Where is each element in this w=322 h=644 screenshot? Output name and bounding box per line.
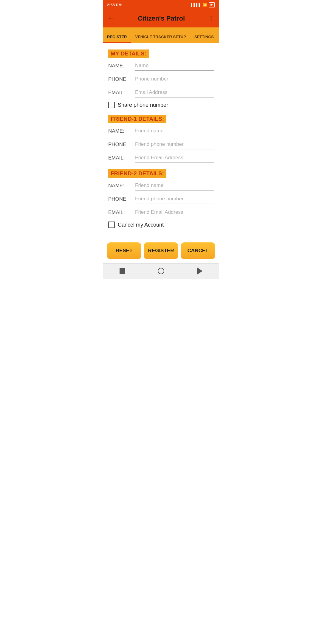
square-icon bbox=[120, 268, 125, 274]
friend2-email-row: EMAIL: bbox=[108, 208, 214, 217]
triangle-icon bbox=[197, 267, 202, 275]
friend1-phone-row: PHONE: bbox=[108, 140, 214, 149]
tab-bar: REGISTER VEHICLE TRACKER SETUP SETTINGS bbox=[103, 27, 219, 43]
friend2-phone-row: PHONE: bbox=[108, 195, 214, 204]
friend2-name-row: NAME: bbox=[108, 181, 214, 191]
email-row: EMAIL: bbox=[108, 88, 214, 97]
friend1-email-row: EMAIL: bbox=[108, 154, 214, 163]
cancel-account-checkbox[interactable] bbox=[108, 222, 115, 228]
friend2-phone-input[interactable] bbox=[135, 195, 214, 204]
tab-register[interactable]: REGISTER bbox=[103, 30, 131, 43]
bottom-buttons: RESET REGISTER CANCEL bbox=[103, 238, 219, 263]
phone-label: PHONE: bbox=[108, 76, 135, 84]
app-bar: ← Citizen's Patrol ⋮ bbox=[103, 10, 219, 27]
cancel-account-label: Cancel my Account bbox=[118, 222, 164, 228]
friend1-phone-input[interactable] bbox=[135, 140, 214, 149]
phone-input[interactable] bbox=[135, 75, 214, 84]
signal-icon: ▌▌▌▌ bbox=[191, 3, 201, 7]
email-label: EMAIL: bbox=[108, 90, 135, 97]
email-input[interactable] bbox=[135, 88, 214, 97]
friend1-header: FRIEND-1 DETAILS: bbox=[108, 115, 166, 123]
tab-settings[interactable]: SETTINGS bbox=[190, 30, 218, 43]
name-label: NAME: bbox=[108, 63, 135, 71]
friend1-name-label: NAME: bbox=[108, 128, 135, 136]
wifi-icon: 📶 bbox=[203, 3, 207, 7]
nav-square-button[interactable] bbox=[118, 267, 127, 275]
register-button[interactable]: REGISTER bbox=[144, 242, 178, 259]
friend2-name-input[interactable] bbox=[135, 181, 214, 191]
friend1-email-input[interactable] bbox=[135, 154, 214, 163]
cancel-button[interactable]: CANCEL bbox=[181, 242, 215, 259]
friend2-name-label: NAME: bbox=[108, 183, 135, 191]
content: MY DETAILS: NAME: PHONE: EMAIL: Share ph… bbox=[103, 43, 219, 238]
tab-vehicle-tracker[interactable]: VEHICLE TRACKER SETUP bbox=[131, 30, 190, 43]
status-time: 2:55 PM bbox=[107, 3, 122, 7]
friend2-email-label: EMAIL: bbox=[108, 210, 135, 217]
phone-row: PHONE: bbox=[108, 75, 214, 84]
reset-button[interactable]: RESET bbox=[107, 242, 141, 259]
back-button[interactable]: ← bbox=[108, 14, 115, 23]
share-phone-row: Share phone number bbox=[108, 102, 214, 108]
share-phone-checkbox[interactable] bbox=[108, 102, 115, 108]
nav-bar bbox=[103, 263, 219, 279]
menu-button[interactable]: ⋮ bbox=[208, 15, 214, 22]
friend2-phone-label: PHONE: bbox=[108, 196, 135, 204]
cancel-account-row: Cancel my Account bbox=[108, 222, 214, 228]
status-icons: ▌▌▌▌ 📶 94 bbox=[191, 2, 215, 7]
name-input[interactable] bbox=[135, 61, 214, 71]
my-details-header: MY DETAILS: bbox=[108, 49, 149, 58]
battery-icon: 94 bbox=[209, 2, 215, 7]
friend1-name-input[interactable] bbox=[135, 127, 214, 136]
friend1-email-label: EMAIL: bbox=[108, 155, 135, 163]
nav-home-button[interactable] bbox=[157, 267, 165, 275]
app-title: Citizen's Patrol bbox=[138, 15, 185, 22]
nav-back-button[interactable] bbox=[195, 267, 204, 275]
friend1-phone-label: PHONE: bbox=[108, 142, 135, 149]
name-row: NAME: bbox=[108, 61, 214, 71]
friend2-email-input[interactable] bbox=[135, 208, 214, 217]
friend2-header: FRIEND-2 DETAILS: bbox=[108, 169, 166, 178]
status-bar: 2:55 PM ▌▌▌▌ 📶 94 bbox=[103, 0, 219, 10]
share-phone-label: Share phone number bbox=[118, 102, 168, 108]
friend1-name-row: NAME: bbox=[108, 127, 214, 136]
circle-icon bbox=[158, 268, 164, 274]
